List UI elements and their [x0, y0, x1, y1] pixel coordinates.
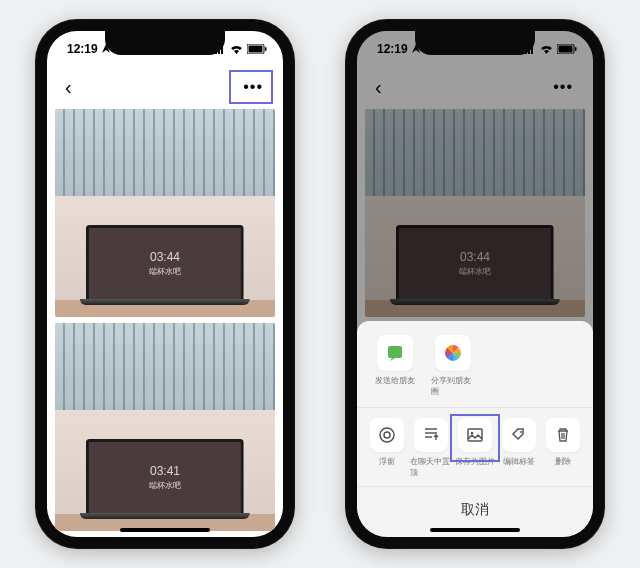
- image-icon: [458, 418, 492, 452]
- wechat-icon: [377, 335, 413, 371]
- share-label: 发送给朋友: [375, 375, 415, 386]
- phone-left: 12:19 ‹ ••• 03:44 端杯水吧: [35, 19, 295, 549]
- share-send-friend[interactable]: 发送给朋友: [373, 335, 417, 397]
- back-button[interactable]: ‹: [59, 72, 78, 103]
- tag-icon: [502, 418, 536, 452]
- notch: [105, 31, 225, 55]
- svg-point-19: [520, 431, 522, 433]
- laptop-text: 端杯水吧: [149, 480, 181, 491]
- action-delete[interactable]: 删除: [542, 418, 584, 478]
- svg-rect-5: [249, 46, 263, 53]
- action-row: 浮窗 在聊天中置顶 保存为图片: [357, 407, 593, 486]
- action-chat-top[interactable]: 在聊天中置顶: [410, 418, 452, 478]
- wifi-icon: [540, 45, 553, 54]
- svg-point-18: [471, 432, 474, 435]
- svg-point-16: [384, 432, 390, 438]
- action-float[interactable]: 浮窗: [366, 418, 408, 478]
- svg-rect-6: [265, 47, 267, 51]
- status-time: 12:19: [67, 42, 98, 56]
- action-edit-tag[interactable]: 编辑标签: [498, 418, 540, 478]
- trash-icon: [546, 418, 580, 452]
- home-indicator[interactable]: [120, 528, 210, 532]
- pin-top-icon: [414, 418, 448, 452]
- action-label: 保存为图片: [455, 456, 495, 467]
- battery-icon: [247, 44, 267, 54]
- photo-card-2[interactable]: 03:41 端杯水吧: [55, 323, 275, 531]
- nav-bar: ‹ •••: [47, 67, 283, 107]
- phone-right: 12:19 ‹ ••• 03:44 端杯水吧: [345, 19, 605, 549]
- action-label: 删除: [555, 456, 571, 467]
- status-time: 12:19: [377, 42, 408, 56]
- action-label: 编辑标签: [503, 456, 535, 467]
- content-scroll[interactable]: 03:44 端杯水吧 03:41 端杯水吧: [47, 107, 283, 537]
- action-save-image[interactable]: 保存为图片: [454, 418, 496, 478]
- laptop-time: 03:41: [150, 464, 180, 478]
- home-indicator[interactable]: [430, 528, 520, 532]
- svg-rect-17: [468, 429, 482, 441]
- more-button[interactable]: •••: [235, 74, 271, 100]
- screen-left: 12:19 ‹ ••• 03:44 端杯水吧: [47, 31, 283, 537]
- moments-icon: [435, 335, 471, 371]
- share-moments[interactable]: 分享到朋友圈: [431, 335, 475, 397]
- action-label: 在聊天中置顶: [410, 456, 452, 478]
- share-row: 发送给朋友 分享到朋友圈: [357, 321, 593, 407]
- laptop-text: 端杯水吧: [149, 266, 181, 277]
- action-label: 浮窗: [379, 456, 395, 467]
- wifi-icon: [230, 45, 243, 54]
- share-label: 分享到朋友圈: [431, 375, 475, 397]
- laptop-time: 03:44: [150, 250, 180, 264]
- battery-icon: [557, 44, 577, 54]
- notch: [415, 31, 535, 55]
- svg-rect-14: [388, 346, 402, 358]
- photo-card-1[interactable]: 03:44 端杯水吧: [55, 109, 275, 317]
- svg-rect-13: [575, 47, 577, 51]
- action-sheet: 发送给朋友 分享到朋友圈 浮窗: [357, 321, 593, 537]
- float-icon: [370, 418, 404, 452]
- svg-point-15: [380, 428, 394, 442]
- screen-right: 12:19 ‹ ••• 03:44 端杯水吧: [357, 31, 593, 537]
- svg-rect-12: [559, 46, 573, 53]
